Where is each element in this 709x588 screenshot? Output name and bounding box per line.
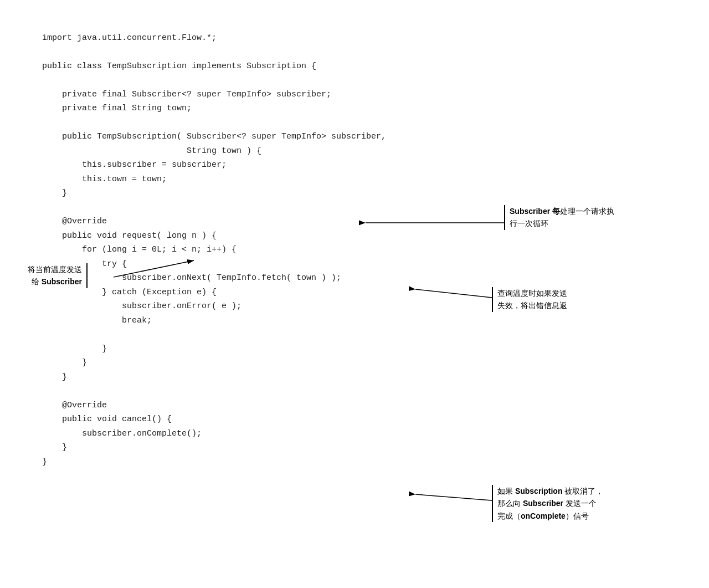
code-display: import java.util.concurrent.Flow.*; publ… [22,17,687,483]
code-line-22: } [22,344,107,354]
error-annotation-box: 查询温度时如果发送失效，将出错信息返 [492,287,567,312]
subscriber-loop-annotation-box: Subscriber 每处理一个请求执行一次循环 [504,205,614,230]
cancel-annotation: 如果 Subscription 被取消了，那么向 Subscriber 发送一个… [492,485,603,522]
code-line-14: @Override [22,217,107,226]
error-annotation: 查询温度时如果发送失效，将出错信息返 [492,287,567,312]
svg-line-5 [415,494,492,500]
code-line-10: this.subscriber = subscriber; [22,160,227,170]
send-temp-annotation: 将当前温度发送给 Subscriber [28,263,88,288]
code-line-3: public class TempSubscription implements… [22,62,316,71]
send-temp-text: 将当前温度发送给 Subscriber [28,265,82,286]
subscriber-loop-annotation: Subscriber 每处理一个请求执行一次循环 [504,205,614,230]
code-line-11: this.town = town; [22,175,167,184]
code-line-30: } [22,457,47,467]
code-line-5: private final Subscriber<? super TempInf… [22,90,331,99]
code-line-20: subscriber.onError( e ); [22,301,242,311]
code-line-23: } [22,358,87,367]
code-line-1: import java.util.concurrent.Flow.*; [22,33,217,43]
code-line-15: public void request( long n ) { [22,231,217,241]
code-line-29: } [22,443,67,452]
code-line-16: for (long i = 0L; i < n; i++) { [22,245,237,254]
cancel-text: 如果 Subscription 被取消了，那么向 Subscriber 发送一个… [497,487,603,520]
code-line-26: @Override [22,401,107,410]
code-line-8: public TempSubscription( Subscriber<? su… [22,132,386,141]
code-line-27: public void cancel() { [22,415,172,424]
code-line-28: subscriber.onComplete(); [22,429,202,438]
code-line-9: String town ) { [22,146,261,156]
code-line-6: private final String town; [22,104,192,113]
code-line-24: } [22,372,67,382]
subscriber-loop-text: Subscriber 每处理一个请求执行一次循环 [510,207,614,228]
code-line-12: } [22,188,67,198]
code-line-21: break; [22,316,152,325]
cancel-annotation-box: 如果 Subscription 被取消了，那么向 Subscriber 发送一个… [492,485,603,522]
code-line-19: } catch (Exception e) { [22,288,217,297]
error-text: 查询温度时如果发送失效，将出错信息返 [497,289,567,310]
